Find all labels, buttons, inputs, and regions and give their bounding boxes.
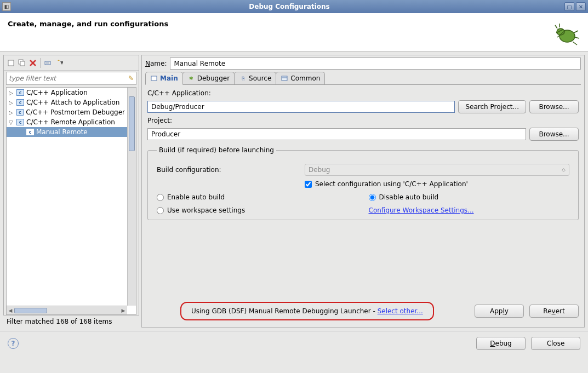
svg-rect-9	[8, 60, 14, 66]
svg-rect-11	[20, 61, 25, 66]
tree-item-label: C/C++ Postmortem Debugger	[26, 108, 125, 116]
maximize-button[interactable]: ▢	[564, 2, 574, 11]
apply-button[interactable]: Apply	[475, 305, 524, 318]
dialog-header: Create, manage, and run configurations	[0, 13, 588, 51]
disable-auto-build-label: Disable auto build	[379, 193, 439, 201]
build-config-label: Build configuration:	[157, 166, 305, 174]
project-label: Project:	[147, 117, 579, 124]
tab-label: Debugger	[197, 74, 230, 82]
select-other-link[interactable]: Select other...	[378, 307, 423, 315]
select-using-checkbox[interactable]	[305, 181, 312, 188]
c-config-icon: c	[16, 109, 24, 116]
c-config-icon: c	[16, 119, 24, 125]
search-project-button[interactable]: Search Project...	[458, 100, 526, 113]
config-tree: ▷ c C/C++ Application ▷ c C/C++ Attach t…	[6, 87, 136, 315]
tree-item-cpp-remote[interactable]: ▽ c C/C++ Remote Application	[7, 117, 127, 127]
tab-label: Main	[160, 74, 178, 82]
tree-scrollbar-horizontal[interactable]: ◀ ▶	[7, 306, 127, 314]
tree-item-cpp-app[interactable]: ▷ c C/C++ Application	[7, 88, 127, 97]
expand-icon[interactable]: ▷	[9, 90, 14, 96]
use-workspace-radio[interactable]: Use workspace settings	[157, 206, 358, 214]
svg-text:▾: ▾	[60, 59, 63, 66]
enable-auto-build-label: Enable auto build	[167, 193, 225, 201]
main-tab-icon	[150, 75, 158, 82]
tab-bar: Main ✱ Debugger ⎘ Source Common	[145, 72, 581, 85]
configure-workspace-link[interactable]: Configure Workspace Settings...	[369, 206, 570, 214]
duplicate-config-icon[interactable]	[17, 58, 27, 68]
name-input[interactable]	[170, 58, 581, 70]
new-config-icon[interactable]	[6, 58, 16, 68]
svg-rect-15	[151, 76, 157, 81]
c-config-icon: c	[16, 89, 24, 96]
filter-input[interactable]	[9, 74, 128, 82]
browse-project-button[interactable]: Browse...	[529, 128, 579, 141]
source-tab-icon: ⎘	[239, 75, 247, 82]
build-config-select: Debug ◇	[305, 164, 569, 176]
app-icon: ◧	[2, 2, 11, 11]
build-legend: Build (if required) before launching	[157, 146, 276, 154]
tree-item-manual-remote[interactable]: c Manual Remote	[7, 127, 127, 137]
expand-icon[interactable]: ▷	[9, 100, 14, 106]
c-config-icon: c	[16, 99, 24, 106]
collapse-icon[interactable]: ▽	[9, 119, 14, 125]
build-config-value: Debug	[309, 166, 330, 174]
collapse-all-icon[interactable]	[43, 58, 53, 68]
left-panel: ▾ ✎ ▷ c C/C++ Application ▷ c C/C++ Atta…	[3, 55, 139, 315]
launcher-text: Using GDB (DSF) Manual Remote Debugging …	[191, 307, 378, 315]
tree-item-label: Manual Remote	[36, 128, 88, 136]
delete-config-icon[interactable]	[28, 58, 38, 68]
expand-icon[interactable]: ▷	[9, 110, 14, 116]
c-config-icon: c	[26, 129, 34, 135]
window-title: Debug Configurations	[14, 3, 564, 10]
use-workspace-label: Use workspace settings	[167, 206, 245, 214]
app-label: C/C++ Application:	[147, 89, 579, 97]
browse-app-button[interactable]: Browse...	[529, 100, 579, 113]
tree-item-label: C/C++ Remote Application	[26, 118, 115, 126]
app-input[interactable]	[147, 101, 455, 113]
tree-item-cpp-attach[interactable]: ▷ c C/C++ Attach to Application	[7, 97, 127, 107]
filter-box: ✎	[6, 72, 136, 85]
tab-label: Common	[290, 74, 320, 82]
debugger-tab-icon: ✱	[187, 75, 195, 82]
project-input[interactable]	[147, 128, 526, 140]
bug-icon	[550, 20, 580, 47]
use-workspace-radio-input[interactable]	[157, 207, 164, 214]
titlebar: ◧ Debug Configurations ▢ ✕	[0, 0, 588, 13]
svg-line-6	[574, 31, 578, 33]
help-icon[interactable]: ?	[8, 338, 19, 349]
tab-main[interactable]: Main	[145, 72, 183, 85]
disable-auto-build-radio-input[interactable]	[369, 194, 376, 201]
close-button[interactable]: Close	[531, 337, 580, 350]
enable-auto-build-radio[interactable]: Enable auto build	[157, 193, 358, 201]
svg-line-2	[555, 25, 557, 28]
disable-auto-build-radio[interactable]: Disable auto build	[369, 193, 570, 201]
config-toolbar: ▾	[4, 55, 139, 71]
debug-button[interactable]: Debug	[476, 337, 526, 350]
dropdown-icon: ◇	[562, 167, 566, 173]
name-label: NName:ame:	[145, 60, 167, 67]
revert-button[interactable]: Revert	[529, 305, 579, 318]
tab-common[interactable]: Common	[276, 72, 325, 84]
header-subtitle: Create, manage, and run configurations	[8, 20, 168, 28]
filter-status: Filter matched 168 of 168 items	[3, 315, 139, 328]
tree-item-label: C/C++ Application	[26, 89, 88, 96]
close-window-button[interactable]: ✕	[576, 2, 586, 11]
bottom-bar: ? Debug Close Debug	[0, 331, 588, 355]
tab-debugger[interactable]: ✱ Debugger	[182, 72, 235, 84]
enable-auto-build-radio-input[interactable]	[157, 194, 164, 201]
common-tab-icon	[281, 75, 288, 82]
build-fieldset: Build (if required) before launching Bui…	[147, 146, 579, 220]
tab-source[interactable]: ⎘ Source	[234, 72, 276, 84]
tree-scrollbar-vertical[interactable]	[127, 88, 136, 306]
select-using-label: Select configuration using 'C/C++ Applic…	[315, 180, 468, 188]
right-panel: NName:ame: Main ✱ Debugger ⎘ Source Comm…	[141, 55, 585, 328]
tree-item-cpp-postmortem[interactable]: ▷ c C/C++ Postmortem Debugger	[7, 107, 127, 117]
filter-menu-icon[interactable]: ▾	[54, 58, 64, 68]
clear-filter-icon[interactable]: ✎	[128, 74, 134, 82]
tab-content-main: C/C++ Application: Search Project... Bro…	[145, 85, 581, 325]
tree-item-label: C/C++ Attach to Application	[26, 99, 119, 106]
tab-label: Source	[249, 74, 271, 82]
svg-line-8	[573, 42, 577, 45]
svg-line-7	[575, 37, 579, 38]
svg-rect-16	[282, 76, 287, 81]
